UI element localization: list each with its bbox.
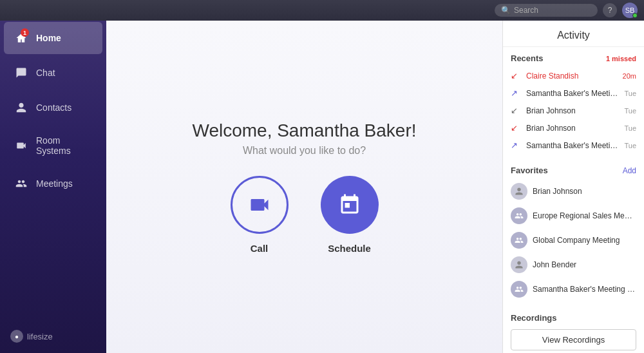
favorites-label: Favorites — [511, 166, 548, 175]
help-icon[interactable]: ? — [603, 3, 617, 17]
fav-name-1: Europe Regional Sales Meeting — [533, 211, 636, 220]
contacts-icon — [14, 100, 28, 115]
call-button[interactable]: Call — [231, 176, 289, 254]
schedule-button[interactable]: Schedule — [321, 176, 379, 254]
recent-name-0: Claire Standish — [526, 72, 618, 81]
recent-time-1: Tue — [624, 90, 636, 97]
sidebar-item-chat[interactable]: Chat — [4, 57, 102, 89]
recents-label: Recents — [511, 53, 544, 63]
missed-badge: 1 missed — [606, 55, 636, 62]
sidebar-item-meetings[interactable]: Meetings — [4, 167, 102, 200]
sidebar-item-home-label: Home — [36, 33, 61, 43]
recent-time-2: Tue — [624, 107, 636, 115]
recent-item-4[interactable]: ↗ Samantha Baker's Meeting Room Tue — [503, 137, 644, 154]
recordings-section: Recordings View Recordings — [503, 307, 644, 353]
sidebar-item-contacts[interactable]: Contacts — [4, 91, 102, 124]
recent-time-4: Tue — [624, 142, 636, 149]
recent-name-4: Samantha Baker's Meeting Room — [526, 141, 619, 150]
add-favorite-button[interactable]: Add — [623, 166, 636, 175]
recent-time-0: 20m — [623, 72, 636, 80]
recent-item-3[interactable]: ↙ Brian Johnson Tue — [503, 119, 644, 137]
logo-text: lifesize — [27, 332, 53, 341]
recent-name-3: Brian Johnson — [526, 124, 619, 133]
view-recordings-button[interactable]: View Recordings — [511, 329, 636, 350]
welcome-subtext: What would you like to do? — [192, 145, 416, 157]
welcome-heading: Welcome, Samantha Baker! — [192, 120, 416, 141]
sidebar-item-room-systems-label: Room Systems — [36, 135, 92, 156]
schedule-label: Schedule — [328, 243, 371, 254]
sidebar: Home 1 Chat Contacts — [0, 21, 106, 353]
search-input[interactable] — [514, 6, 591, 15]
main-content: Welcome, Samantha Baker! What would you … — [106, 21, 502, 353]
fav-avatar-0 — [511, 183, 527, 200]
fav-avatar-4 — [511, 281, 527, 298]
recents-header: Recents 1 missed — [503, 47, 644, 67]
missed-call-icon-3: ↙ — [511, 123, 521, 133]
fav-name-2: Global Company Meeting — [533, 236, 620, 245]
call-label: Call — [251, 243, 269, 254]
outgoing-call-icon-4: ↗ — [511, 140, 521, 150]
fav-name-3: John Bender — [533, 260, 576, 269]
fav-item-1[interactable]: Europe Regional Sales Meeting — [503, 204, 644, 228]
fav-avatar-3 — [511, 256, 527, 273]
recent-item-0[interactable]: ↙ Claire Standish 20m — [503, 67, 644, 84]
fav-item-3[interactable]: John Bender — [503, 253, 644, 277]
outgoing-call-icon-1: ↗ — [511, 88, 521, 98]
incoming-call-icon-2: ↙ — [511, 106, 521, 115]
call-circle[interactable] — [231, 176, 289, 234]
fav-item-4[interactable]: Samantha Baker's Meeting Room — [503, 277, 644, 301]
recent-time-3: Tue — [624, 124, 636, 132]
fav-item-2[interactable]: Global Company Meeting — [503, 228, 644, 253]
recent-name-1: Samantha Baker's Meeting Room — [526, 89, 619, 98]
fav-avatar-1 — [511, 207, 527, 224]
search-container: 🔍 — [495, 4, 598, 17]
fav-name-4: Samantha Baker's Meeting Room — [533, 285, 636, 294]
sidebar-item-chat-label: Chat — [36, 68, 55, 78]
activity-panel: Activity Recents 1 missed ↙ Claire Stand… — [502, 21, 644, 353]
home-badge: 1 — [21, 28, 29, 37]
favorites-header: Favorites Add — [503, 159, 644, 179]
fav-item-0[interactable]: Brian Johnson — [503, 179, 644, 204]
logo-icon: ● — [10, 330, 23, 343]
main-layout: Home 1 Chat Contacts — [0, 21, 644, 353]
topbar: 🔍 ? SB — [0, 0, 644, 21]
sidebar-item-meetings-label: Meetings — [36, 178, 73, 189]
missed-call-icon: ↙ — [511, 71, 521, 81]
search-icon: 🔍 — [501, 6, 511, 15]
recordings-label: Recordings — [511, 313, 636, 323]
recent-item-1[interactable]: ↗ Samantha Baker's Meeting Room Tue — [503, 84, 644, 102]
online-status-dot — [632, 13, 638, 18]
recent-name-2: Brian Johnson — [526, 106, 619, 115]
sidebar-item-home[interactable]: Home 1 — [4, 22, 102, 54]
welcome-section: Welcome, Samantha Baker! What would you … — [192, 120, 416, 157]
lifesize-logo: ● lifesize — [0, 320, 106, 353]
recent-item-2[interactable]: ↙ Brian Johnson Tue — [503, 102, 644, 119]
meetings-icon — [14, 176, 28, 191]
schedule-circle[interactable] — [321, 176, 379, 234]
activity-title: Activity — [503, 21, 644, 47]
sidebar-item-room-systems[interactable]: Room Systems — [4, 126, 102, 165]
chat-icon — [14, 66, 28, 80]
user-avatar[interactable]: SB — [622, 3, 638, 18]
room-systems-icon — [14, 138, 28, 153]
sidebar-item-contacts-label: Contacts — [36, 102, 71, 113]
action-buttons: Call Schedule — [231, 176, 379, 254]
fav-avatar-2 — [511, 232, 527, 249]
fav-name-0: Brian Johnson — [533, 187, 582, 196]
